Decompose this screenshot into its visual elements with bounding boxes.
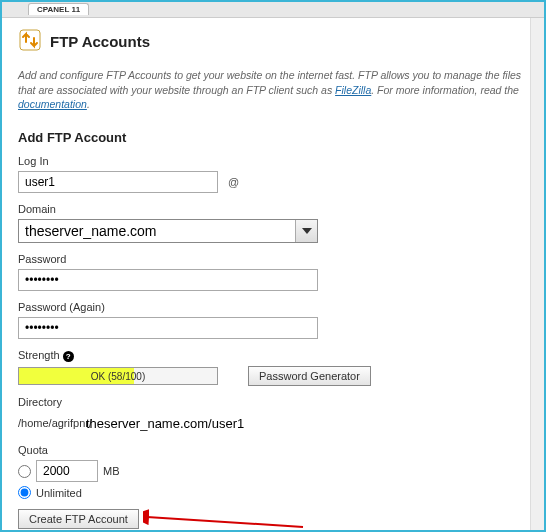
strength-meter: OK (58/100) <box>18 367 218 385</box>
strength-text: OK (58/100) <box>19 368 217 384</box>
password-label: Password <box>18 253 528 265</box>
intro-text: Add and configure FTP Accounts to get yo… <box>18 68 528 112</box>
section-title: Add FTP Account <box>18 130 528 145</box>
password-again-input[interactable] <box>18 317 318 339</box>
info-icon[interactable]: ? <box>63 351 74 362</box>
quota-label: Quota <box>18 444 528 456</box>
domain-label: Domain <box>18 203 528 215</box>
svg-rect-0 <box>20 30 40 50</box>
dropdown-arrow-icon[interactable] <box>295 220 317 242</box>
quota-unit: MB <box>103 465 120 477</box>
directory-label: Directory <box>18 396 528 408</box>
filezilla-link[interactable]: FileZilla <box>335 84 371 96</box>
at-symbol: @ <box>228 176 239 188</box>
password-again-label: Password (Again) <box>18 301 528 313</box>
domain-selected-value: theserver_name.com <box>19 223 295 239</box>
documentation-link[interactable]: documentation <box>18 98 87 110</box>
domain-select[interactable]: theserver_name.com <box>18 219 318 243</box>
login-input[interactable] <box>18 171 218 193</box>
browser-tab[interactable]: CPANEL 11 <box>28 3 89 15</box>
directory-input[interactable] <box>80 412 280 434</box>
page-title: FTP Accounts <box>50 33 150 50</box>
quota-unlimited-option[interactable]: Unlimited <box>18 486 528 499</box>
quota-limited-option[interactable]: MB <box>18 460 528 482</box>
svg-line-1 <box>147 517 303 527</box>
password-generator-button[interactable]: Password Generator <box>248 366 371 386</box>
quota-unlimited-radio[interactable] <box>18 486 31 499</box>
quota-unlimited-label: Unlimited <box>36 487 82 499</box>
annotation-arrow <box>143 503 313 532</box>
create-ftp-account-button[interactable]: Create FTP Account <box>18 509 139 529</box>
quota-limited-radio[interactable] <box>18 465 31 478</box>
ftp-icon <box>18 28 42 54</box>
vertical-scrollbar[interactable] <box>530 18 544 530</box>
quota-value-input[interactable] <box>36 460 98 482</box>
login-label: Log In <box>18 155 528 167</box>
password-input[interactable] <box>18 269 318 291</box>
browser-tab-bar: CPANEL 11 <box>2 2 544 18</box>
page-header: FTP Accounts <box>18 28 528 54</box>
strength-label: Strength ? <box>18 349 528 362</box>
